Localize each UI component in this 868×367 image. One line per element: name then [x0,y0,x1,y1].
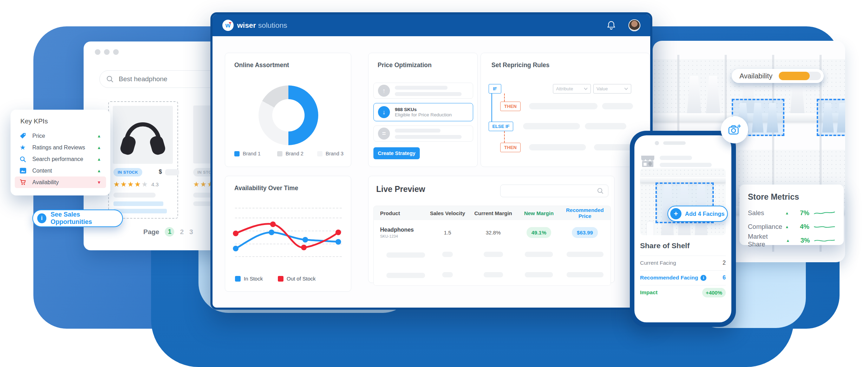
metric-value: 7% [792,209,809,217]
col-new-margin[interactable]: New Margin [518,210,560,216]
then-box[interactable]: THEN [500,102,521,111]
kpi-row-availability[interactable]: Availability ▼ [15,176,106,188]
skeleton-bar [113,201,163,206]
create-strategy-button[interactable]: Create Strategy [373,147,420,159]
search-icon [597,187,604,194]
legend-label: In Stock [244,276,263,282]
skeleton-bar [523,123,580,129]
live-preview-search-box[interactable] [500,185,608,197]
user-avatar[interactable] [628,19,640,31]
product-image [113,106,173,164]
legend-label: Brand 2 [286,151,304,156]
dashboard-header: w wiser solutions [213,14,650,36]
selected-tube [766,103,779,133]
current-margin-value: 32.8% [469,230,518,236]
share-row-current-facing: Current Facing 2 [640,256,726,270]
bell-icon[interactable] [607,20,616,30]
legend-in-stock: In Stock [235,276,263,282]
page-2-button[interactable]: 2 [180,228,184,236]
camera-capture-button[interactable] [721,116,748,143]
value-dropdown[interactable]: Value [593,84,631,94]
availability-progress-track [779,72,821,80]
price-optimization-card: Price Optimization ↑ ↓ 988 SKUs Eligible… [368,53,478,167]
strategy-option-increase[interactable]: ↑ [373,83,473,99]
add-facings-button[interactable]: + Add 4 Facings [667,206,728,222]
legend-swatch [234,151,240,156]
col-recommended-price[interactable]: Recommended Price [560,207,610,219]
skeleton-bar [484,272,503,277]
headphones-image [113,106,173,164]
skeleton-bar [529,103,598,109]
col-sales-velocity[interactable]: Sales Velocity [426,210,469,216]
page-1-button[interactable]: 1 [165,227,174,237]
window-control-dot[interactable] [95,49,100,55]
metric-value: 3% [793,237,810,244]
kpi-label: Availability [32,179,59,186]
new-margin-badge: 49.1% [527,227,552,238]
skeleton-bar [113,193,156,198]
row-label: Impact [640,289,658,296]
row-value: 2 [723,260,726,266]
search-icon [106,75,114,83]
trend-down-icon: ▼ [97,180,101,185]
legend-swatch [278,276,283,282]
assortment-donut-chart[interactable] [259,85,318,145]
online-assortment-title: Online Assortment [234,62,289,69]
store-metrics-card: Store Metrics Sales ▲ 7% Compliance ▲ 4%… [739,185,844,245]
brand-suffix: solutions [258,21,287,30]
shelf-selection-box-partial[interactable] [817,99,845,136]
dashboard-body: w wiser solutions Online Assortment Bran… [213,14,650,308]
selected-tube [751,103,764,133]
info-icon[interactable]: i [700,275,706,281]
rating-value: 4.3 [151,181,159,187]
table-row[interactable]: Headphones SKU-1234 1.5 32.8% 49.1% $63.… [374,220,611,245]
trend-up-icon: ▲ [97,157,101,162]
product-sku: SKU-1234 [380,234,426,238]
legend-brand-3: Brand 3 [317,151,344,156]
metric-row-sales: Sales ▲ 7% [748,206,835,220]
star-empty-icon: ★ [142,180,149,188]
share-row-recommended-facing[interactable]: Recommended Facing i 6 [640,270,726,285]
trend-up-icon: ▲ [97,134,101,139]
sales-velocity-value: 1.5 [426,230,469,236]
shelf-photo [640,168,726,235]
sku-subtitle: Eligible for Price Reduction [395,112,452,117]
skeleton-bar [386,252,425,258]
window-control-dot[interactable] [104,49,110,55]
attribute-dropdown[interactable]: Attribute [553,84,591,94]
brand-name: wiser [237,21,256,30]
skeleton-bar [442,252,453,257]
table-row-skeleton [374,265,611,285]
page-3-button[interactable]: 3 [189,228,193,236]
window-control-dot[interactable] [113,49,119,55]
availability-line-chart[interactable] [225,176,352,292]
strategy-option-reduction[interactable]: ↓ 988 SKUs Eligible for Price Reduction [373,103,473,121]
col-current-margin[interactable]: Current Margin [469,210,518,216]
image-icon [20,167,27,174]
table-row-skeleton [374,245,611,265]
skeleton-bar [113,209,167,213]
if-box[interactable]: IF [489,84,501,94]
row-label: Recommended Facing [640,275,698,281]
kpi-row-ratings[interactable]: ★ Ratings and Reviews ▲ [15,142,106,153]
see-sales-opportunities-button[interactable]: i See Sales Opportunities [32,210,123,227]
kpi-row-price[interactable]: Price ▲ [15,130,106,142]
skeleton-bar [395,86,448,90]
else-if-box[interactable]: ELSE IF [489,122,513,131]
strategy-option-maintain[interactable]: = [373,125,473,142]
shelf-strip [640,177,726,182]
skeleton-bar [585,123,626,129]
availability-toggle[interactable]: Availability [732,69,824,83]
kpi-row-search[interactable]: Search performance ▲ [15,153,106,165]
kpi-row-content[interactable]: Content ▲ [15,165,106,176]
live-preview-title: Live Preview [376,185,425,194]
col-product[interactable]: Product [374,210,426,216]
availability-progress-fill [779,72,810,80]
rule-connector [491,94,492,122]
metric-value: 4% [792,223,809,231]
product-card-headphones[interactable]: IN STOCK $ ★★★★★ 4.3 [108,101,178,219]
then-box-2[interactable]: THEN [500,143,521,152]
live-preview-card: Live Preview Product Sales Velocity Curr… [368,176,615,283]
sku-count: 988 SKUs [395,107,452,112]
star-icon: ★ [20,144,27,151]
